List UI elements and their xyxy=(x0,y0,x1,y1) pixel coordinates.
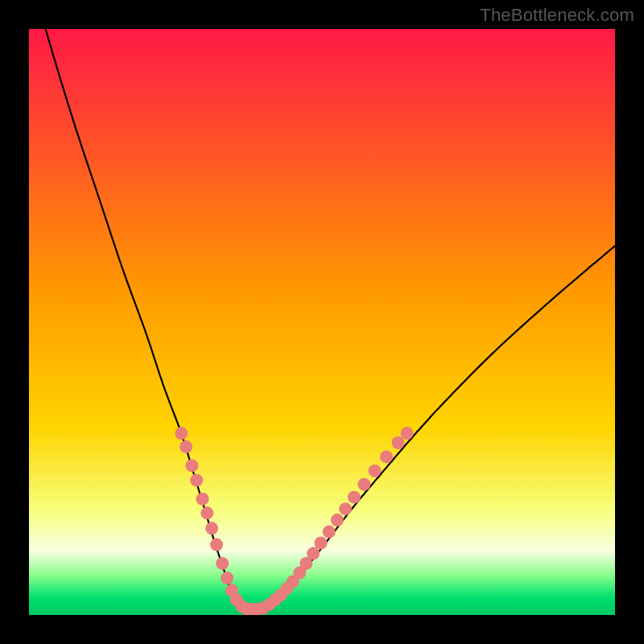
highlight-dot xyxy=(369,464,382,477)
highlight-dot xyxy=(196,493,209,506)
highlight-dot xyxy=(175,427,188,440)
plot-area xyxy=(29,29,615,615)
highlight-dot xyxy=(401,427,414,440)
highlight-dot xyxy=(339,502,352,515)
bottleneck-curve xyxy=(29,29,615,609)
highlight-dot xyxy=(221,572,233,584)
highlight-dot xyxy=(216,557,229,570)
highlight-dot xyxy=(357,478,370,491)
highlight-dot xyxy=(180,440,192,453)
highlight-dot xyxy=(200,506,213,519)
highlight-dot xyxy=(392,436,405,449)
highlight-dot xyxy=(210,539,223,551)
highlight-dot xyxy=(205,522,218,535)
outer-frame: TheBottleneck.com xyxy=(0,0,644,644)
highlight-dot xyxy=(307,547,320,560)
highlight-dot xyxy=(380,450,393,463)
highlight-dot xyxy=(348,491,361,504)
highlight-dot xyxy=(331,514,344,526)
highlight-dots xyxy=(175,427,413,615)
highlight-dot xyxy=(323,526,336,539)
watermark-text: TheBottleneck.com xyxy=(480,5,634,26)
chart-layer xyxy=(29,29,615,615)
highlight-dot xyxy=(185,459,198,472)
highlight-dot xyxy=(190,474,203,487)
highlight-dot xyxy=(315,537,328,550)
